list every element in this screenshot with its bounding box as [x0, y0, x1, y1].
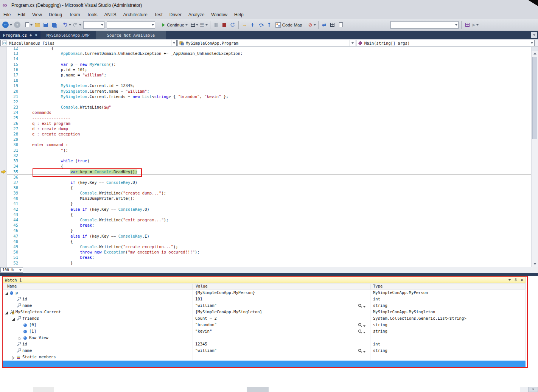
chevron-down-icon[interactable]	[363, 325, 365, 327]
code-line-19[interactable]: 19 MySingleton.Current.id = 12345;	[7, 83, 531, 88]
watch-name-cell[interactable]: [1]	[3, 328, 193, 334]
chevron-down-icon[interactable]	[363, 351, 365, 353]
scroll-button-fragment[interactable]	[528, 387, 538, 392]
menu-driver[interactable]: Driver	[166, 11, 185, 19]
extension-button[interactable]	[463, 20, 471, 30]
show-next-statement-button[interactable]: →	[240, 20, 249, 30]
watch-value-cell[interactable]: "william"	[193, 302, 370, 309]
watch-value-cell[interactable]: "william"	[193, 347, 370, 354]
code-line-30[interactable]: 30enter command :	[7, 142, 531, 147]
chevron-down-icon[interactable]	[171, 40, 176, 46]
menu-window[interactable]: Window	[208, 11, 231, 19]
menu-view[interactable]: View	[29, 11, 45, 19]
code-line-22[interactable]: 22	[7, 99, 531, 104]
watch-name-cell[interactable]: Static members	[3, 354, 193, 360]
step-out-button[interactable]	[265, 20, 274, 30]
watch-value-cell[interactable]: Count = 2	[193, 315, 370, 322]
project-scope-combo[interactable]: C# Miscellaneous Files	[0, 40, 177, 46]
menu-debug[interactable]: Debug	[45, 11, 65, 19]
watch-value-cell[interactable]: 101	[193, 296, 370, 302]
code-line-43[interactable]: 43 {	[7, 212, 531, 217]
redo-button[interactable]	[72, 20, 82, 30]
watch-name-cell[interactable]: id	[3, 296, 193, 302]
chevron-down-icon[interactable]	[363, 332, 365, 333]
window-layout-button[interactable]	[328, 20, 337, 30]
code-line-47[interactable]: 47 else if (key.Key == ConsoleKey.E)	[7, 233, 531, 239]
type-combo[interactable]: MySimpleConApp.Program	[177, 40, 355, 46]
step-over-button[interactable]	[257, 20, 265, 30]
break-all-button[interactable]	[212, 20, 220, 30]
column-header-name[interactable]: Name	[7, 283, 17, 289]
swap-panes-button[interactable]: ⇄	[320, 20, 328, 30]
code-line-35[interactable]: 35 var key = Console.ReadKey();	[7, 169, 531, 174]
breakpoints-button[interactable]: ⊘	[308, 20, 317, 30]
code-line-24[interactable]: 24commands	[7, 110, 531, 115]
code-line-25[interactable]: 25----------------	[7, 115, 531, 120]
watch-row-name[interactable]: name"william"string	[3, 347, 525, 354]
tab-source-not-available[interactable]: Source Not Available	[96, 31, 166, 39]
code-line-42[interactable]: 42 else if (key.Key == ConsoleKey.Q)	[7, 207, 531, 212]
undo-button[interactable]	[62, 20, 72, 30]
code-line-16[interactable]: 16 p.id = 101;	[7, 67, 531, 72]
code-line-27[interactable]: 27d : create dump	[7, 126, 531, 131]
watch-row-id[interactable]: id101int	[3, 296, 525, 302]
continue-button[interactable]: Continue	[160, 20, 190, 30]
code-line-48[interactable]: 48 {	[7, 239, 531, 244]
code-line-52[interactable]: 52 }	[7, 260, 531, 266]
column-header-value[interactable]: Value	[196, 283, 208, 289]
code-line-36[interactable]: 36	[7, 174, 531, 180]
code-line-38[interactable]: 38 {	[7, 185, 531, 190]
code-line-20[interactable]: 20 MySingleton.Current.name = "william";	[7, 89, 531, 94]
menu-tools[interactable]: Tools	[84, 11, 101, 19]
code-line-37[interactable]: 37 if (key.Key == ConsoleKey.D)	[7, 180, 531, 185]
pin-icon[interactable]	[514, 278, 518, 282]
code-line-40[interactable]: 40 MiniDumpWriter.Write();	[7, 196, 531, 201]
save-button[interactable]	[42, 20, 50, 30]
pin-icon[interactable]	[29, 33, 33, 37]
menu-edit[interactable]: Edit	[14, 11, 29, 19]
watch-name-cell[interactable]: id	[3, 341, 193, 347]
menu-test[interactable]: Test	[151, 11, 166, 19]
save-all-button[interactable]	[50, 20, 58, 30]
open-file-button[interactable]	[33, 20, 42, 30]
code-line-51[interactable]: 51 break;	[7, 255, 531, 260]
tab-program-cs[interactable]: Program.cs ×	[0, 31, 40, 39]
watch-name-cell[interactable]: name	[3, 302, 193, 309]
toolbar-combo-wide[interactable]	[390, 21, 459, 29]
code-line-50[interactable]: 50 throw new Exception("my exception is …	[7, 249, 531, 255]
watch-row-raw-view[interactable]: Raw View	[3, 334, 525, 341]
run-extension-button[interactable]: ▶	[471, 20, 480, 30]
close-icon[interactable]: ×	[35, 31, 37, 39]
watch-window-titlebar[interactable]: Watch 1 ✕	[3, 277, 526, 283]
watch-row-friends[interactable]: friendsCount = 2System.Collections.Gener…	[3, 315, 525, 322]
code-line-31[interactable]: 31 ");	[7, 148, 531, 153]
code-line-34[interactable]: 34 {	[7, 163, 531, 169]
navigate-forward-button[interactable]: →	[13, 20, 21, 30]
chevron-down-icon[interactable]	[350, 40, 355, 46]
code-editor[interactable]: 12 {13 AppDomain.CurrentDomain.Unhandled…	[0, 47, 538, 267]
toolbar-combo-medium[interactable]	[107, 21, 155, 29]
step-into-button[interactable]	[249, 20, 257, 30]
chevron-down-icon[interactable]	[18, 268, 23, 272]
column-resize-handle[interactable]	[193, 284, 193, 289]
code-line-26[interactable]: 26q : exit program	[7, 121, 531, 126]
editor-vertical-scrollbar[interactable]	[531, 47, 538, 267]
code-line-15[interactable]: 15 var p = new MyPerson();	[7, 62, 531, 67]
code-line-44[interactable]: 44 Console.WriteLine("exit program...");	[7, 217, 531, 222]
window-position-icon[interactable]	[508, 279, 511, 281]
code-line-23[interactable]: 23 Console.WriteLine($@"	[7, 104, 531, 110]
code-line-39[interactable]: 39 Console.WriteLine("create dump...");	[7, 190, 531, 196]
menu-architecture[interactable]: Architecture	[120, 11, 151, 19]
navigate-back-button[interactable]: ←	[2, 20, 13, 30]
member-combo[interactable]: Main(string[] args)	[356, 40, 535, 46]
code-line-21[interactable]: 21 MySingleton.Current.friends = new Lis…	[7, 94, 531, 99]
watch-row-name[interactable]: name"william"string	[3, 302, 525, 309]
watch-value-cell[interactable]: "kevin"	[193, 328, 370, 334]
code-line-46[interactable]: 46 }	[7, 228, 531, 233]
menu-file[interactable]: File	[0, 11, 14, 19]
code-line-12[interactable]: 12 {	[7, 47, 531, 51]
scrollbar-thumb[interactable]	[532, 57, 537, 139]
code-line-28[interactable]: 28e : create exception	[7, 131, 531, 137]
watch-name-cell[interactable]: MySingleton.Current	[3, 309, 193, 315]
tab-mysimpleconapp-dmp[interactable]: MySimpleConApp.DMP	[40, 31, 96, 39]
